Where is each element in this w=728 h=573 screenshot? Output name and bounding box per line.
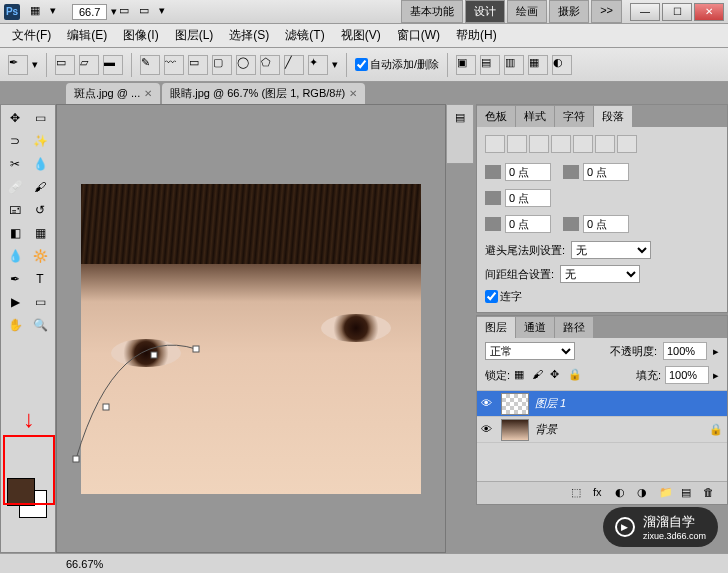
delete-layer-icon[interactable]: 🗑 (703, 486, 719, 500)
zoom-tool[interactable]: 🔍 (28, 314, 52, 336)
visibility-eye-icon[interactable]: 👁 (481, 423, 495, 437)
status-zoom[interactable]: 66.67% (66, 558, 103, 570)
marquee-tool[interactable]: ▭ (28, 107, 52, 129)
layer-name[interactable]: 背景 (535, 422, 557, 437)
lock-pixels-icon[interactable]: 🖌 (532, 368, 546, 382)
panel-tab-paragraph[interactable]: 段落 (594, 106, 632, 127)
rect-shape-icon[interactable]: ▭ (188, 55, 208, 75)
menu-select[interactable]: 选择(S) (221, 24, 277, 47)
workspace-design[interactable]: 设计 (465, 0, 505, 23)
paths-icon[interactable]: ▱ (79, 55, 99, 75)
ellipse-shape-icon[interactable]: ◯ (236, 55, 256, 75)
justify-left-button[interactable] (551, 135, 571, 153)
minimize-button[interactable]: — (630, 3, 660, 21)
indent-first-input[interactable] (505, 189, 551, 207)
visibility-eye-icon[interactable]: 👁 (481, 397, 495, 411)
blur-tool[interactable]: 💧 (3, 245, 27, 267)
layer-thumbnail[interactable] (501, 419, 529, 441)
fill-pixels-icon[interactable]: ▬ (103, 55, 123, 75)
menu-help[interactable]: 帮助(H) (448, 24, 505, 47)
eyedropper-tool[interactable]: 💧 (28, 153, 52, 175)
mini-bridge-icon[interactable]: ▾ (50, 4, 66, 20)
opacity-input[interactable]: 100% (663, 342, 707, 360)
path-combine-icon[interactable]: ▣ (456, 55, 476, 75)
panel-tab-color[interactable]: 色板 (477, 106, 515, 127)
layer-fx-icon[interactable]: fx (593, 486, 609, 500)
auto-add-delete-input[interactable] (355, 58, 368, 71)
justify-right-button[interactable] (595, 135, 615, 153)
opacity-dropdown-icon[interactable]: ▸ (713, 345, 719, 358)
panel-tab-character[interactable]: 字符 (555, 106, 593, 127)
custom-shape-icon[interactable]: ✦ (308, 55, 328, 75)
bridge-icon[interactable]: ▦ (30, 4, 46, 20)
fill-dropdown-icon[interactable]: ▸ (713, 369, 719, 382)
menu-edit[interactable]: 编辑(E) (59, 24, 115, 47)
hyphenate-input[interactable] (485, 290, 498, 303)
lock-position-icon[interactable]: ✥ (550, 368, 564, 382)
mojikumi-select[interactable]: 无 (560, 265, 640, 283)
pen-icon[interactable]: ✎ (140, 55, 160, 75)
screen-mode-icon[interactable]: ▭ (139, 4, 155, 20)
clone-stamp-tool[interactable]: 🖃 (3, 199, 27, 221)
freeform-pen-icon[interactable]: 〰 (164, 55, 184, 75)
layer-group-icon[interactable]: 📁 (659, 486, 675, 500)
crop-tool[interactable]: ✂ (3, 153, 27, 175)
menu-view[interactable]: 视图(V) (333, 24, 389, 47)
polygon-shape-icon[interactable]: ⬠ (260, 55, 280, 75)
arrange-icon[interactable]: ▾ (159, 4, 175, 20)
dodge-tool[interactable]: 🔆 (28, 245, 52, 267)
canvas-area[interactable] (56, 104, 446, 553)
path-select-tool[interactable]: ▶ (3, 291, 27, 313)
layer-mask-icon[interactable]: ◐ (615, 486, 631, 500)
close-icon[interactable]: ✕ (144, 88, 152, 99)
zoom-level-field[interactable]: 66.7 (72, 4, 107, 20)
menu-layer[interactable]: 图层(L) (167, 24, 222, 47)
menu-image[interactable]: 图像(I) (115, 24, 166, 47)
collapsed-panel-strip[interactable]: ▤ (446, 104, 474, 164)
style-icon[interactable]: ◐ (552, 55, 572, 75)
brush-tool[interactable]: 🖌 (28, 176, 52, 198)
rounded-rect-icon[interactable]: ▢ (212, 55, 232, 75)
layer-thumbnail[interactable] (501, 393, 529, 415)
move-tool[interactable]: ✥ (3, 107, 27, 129)
zoom-dropdown-icon[interactable]: ▾ (111, 5, 117, 18)
collapsed-panel-icon[interactable]: ▤ (455, 111, 465, 124)
workspace-more[interactable]: >> (591, 0, 622, 23)
shape-layers-icon[interactable]: ▭ (55, 55, 75, 75)
foreground-color-swatch[interactable] (7, 478, 35, 506)
workspace-photo[interactable]: 摄影 (549, 0, 589, 23)
link-layers-icon[interactable]: ⬚ (571, 486, 587, 500)
justify-center-button[interactable] (573, 135, 593, 153)
workspace-paint[interactable]: 绘画 (507, 0, 547, 23)
adjustment-layer-icon[interactable]: ◑ (637, 486, 653, 500)
kinsoku-select[interactable]: 无 (571, 241, 651, 259)
pen-tool-preset-icon[interactable]: ✒ (8, 55, 28, 75)
layer-row[interactable]: 👁 图层 1 (477, 391, 727, 417)
justify-all-button[interactable] (617, 135, 637, 153)
lock-transparency-icon[interactable]: ▦ (514, 368, 528, 382)
preset-dropdown-icon[interactable]: ▾ (32, 58, 38, 71)
panel-tab-layers[interactable]: 图层 (477, 317, 515, 338)
menu-window[interactable]: 窗口(W) (389, 24, 448, 47)
auto-add-delete-checkbox[interactable]: 自动添加/删除 (355, 57, 439, 72)
rectangle-tool[interactable]: ▭ (28, 291, 52, 313)
hand-tool[interactable]: ✋ (3, 314, 27, 336)
view-extras-icon[interactable]: ▭ (119, 4, 135, 20)
close-icon[interactable]: ✕ (349, 88, 357, 99)
path-intersect-icon[interactable]: ▥ (504, 55, 524, 75)
hyphenate-checkbox[interactable]: 连字 (485, 289, 719, 304)
lock-all-icon[interactable]: 🔒 (568, 368, 582, 382)
gradient-tool[interactable]: ▦ (28, 222, 52, 244)
blend-mode-select[interactable]: 正常 (485, 342, 575, 360)
color-swatches[interactable] (7, 478, 51, 522)
magic-wand-tool[interactable]: ✨ (28, 130, 52, 152)
panel-tab-channels[interactable]: 通道 (516, 317, 554, 338)
doc-tab-1[interactable]: 斑点.jpg @ ... ✕ (66, 83, 160, 104)
indent-right-input[interactable] (583, 163, 629, 181)
shape-dropdown-icon[interactable]: ▾ (332, 58, 338, 71)
layer-name[interactable]: 图层 1 (535, 396, 566, 411)
maximize-button[interactable]: ☐ (662, 3, 692, 21)
layer-row[interactable]: 👁 背景 🔒 (477, 417, 727, 443)
path-subtract-icon[interactable]: ▤ (480, 55, 500, 75)
space-before-input[interactable] (505, 215, 551, 233)
